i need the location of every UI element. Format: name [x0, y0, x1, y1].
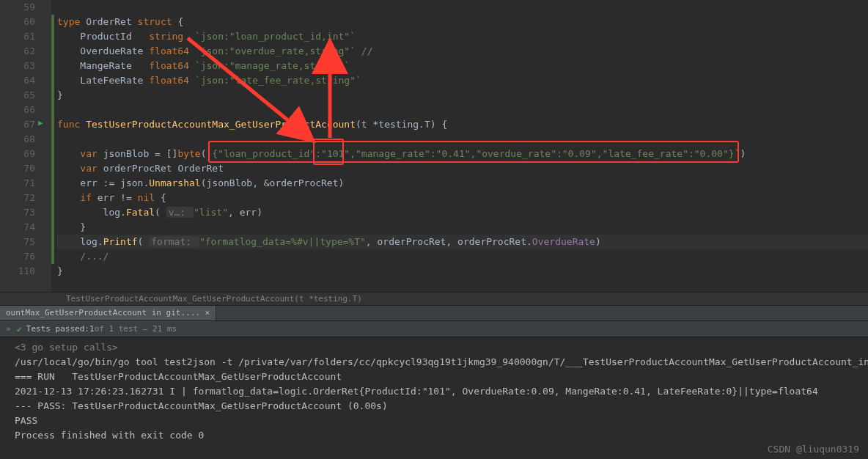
status-count: 1 [89, 324, 95, 334]
code-area[interactable]: type OrderRet struct { ProductId string … [51, 0, 868, 279]
console-line: Process finished with exit code 0 [15, 428, 853, 443]
console-line: --- PASS: TestUserProductAccountMax_GetU… [15, 399, 853, 414]
code-editor[interactable]: 5960 6162 6364 6566 6768 6970 7172 7374 … [0, 0, 868, 292]
rerun-icon[interactable]: » [6, 324, 11, 334]
status-suffix: of 1 test – 21 ms [95, 324, 177, 334]
run-tab[interactable]: ountMax_GetUserProductAccount in git....… [0, 306, 216, 320]
console-line: <3 go setup calls> [15, 340, 853, 355]
console-line: PASS [15, 414, 853, 428]
line-gutter: 5960 6162 6364 6566 6768 6970 7172 7374 … [0, 0, 51, 292]
watermark: CSDN @liuqun0319 [768, 444, 859, 455]
run-test-icon[interactable]: ▶ [38, 118, 47, 127]
run-tab-bar: ountMax_GetUserProductAccount in git....… [0, 305, 868, 321]
console-output[interactable]: <3 go setup calls> /usr/local/go/bin/go … [0, 337, 868, 446]
status-prefix: Tests passed: [26, 324, 89, 334]
console-line: /usr/local/go/bin/go tool test2json -t /… [15, 355, 853, 370]
test-pass-icon: ✔ [17, 324, 22, 334]
console-line: === RUN TestUserProductAccountMax_GetUse… [15, 370, 853, 384]
console-line: 2021-12-13 17:26:23.162731 I | formatlog… [15, 384, 853, 399]
test-status-bar: » ✔ Tests passed: 1 of 1 test – 21 ms [0, 321, 868, 337]
vcs-change-marker [51, 15, 54, 264]
breadcrumb[interactable]: TestUserProductAccountMax_GetUserProduct… [0, 292, 868, 305]
